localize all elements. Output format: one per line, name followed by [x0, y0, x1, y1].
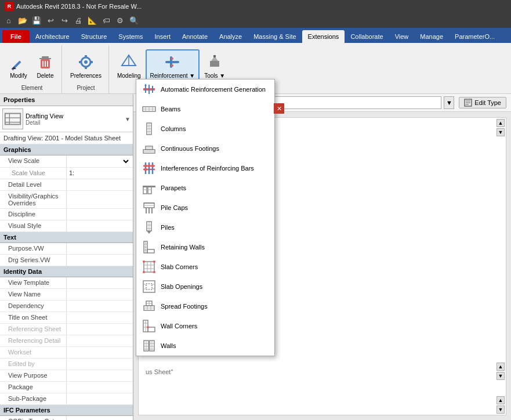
qa-open[interactable]: 📂	[16, 14, 29, 27]
tab-structure[interactable]: Structure	[75, 30, 113, 43]
prop-type-selector[interactable]: Drafting View Detail ▼	[0, 106, 133, 132]
tab-view[interactable]: View	[389, 30, 415, 43]
type-dropdown-arrow[interactable]: ▼	[444, 96, 454, 109]
slab-corners-label: Slab Corners	[161, 263, 198, 270]
menu-item-slab-corners[interactable]: Slab Corners	[136, 257, 274, 277]
scroll-mid-up-btn[interactable]: ▲	[496, 363, 505, 371]
tab-systems[interactable]: Systems	[113, 30, 148, 43]
scroll-bottom-down-btn[interactable]: ▼	[496, 405, 505, 414]
properties-panel: Properties Drafting View Detail ▼ Drafti…	[0, 94, 133, 420]
prop-section-text[interactable]: Text	[0, 232, 133, 243]
prop-row-vgoverrides[interactable]: Visibility/Graphics Overrides	[0, 191, 133, 209]
qa-tag[interactable]: 🏷	[100, 14, 113, 27]
svg-point-57	[148, 165, 151, 168]
prop-section-identity[interactable]: Identity Data	[0, 266, 133, 277]
dropdown-close-button[interactable]: ✕	[274, 103, 284, 114]
parapets-icon	[142, 181, 156, 195]
menu-item-spread-footings[interactable]: Spread Footings	[136, 296, 274, 316]
tab-manage[interactable]: Manage	[414, 30, 449, 43]
menu-item-retaining-walls[interactable]: Retaining Walls	[136, 237, 274, 257]
menu-item-parapets[interactable]: Parapets	[136, 178, 274, 198]
auto-rebar-icon	[142, 82, 156, 96]
menu-item-beams[interactable]: Beams	[136, 99, 274, 119]
scroll-up-btn[interactable]: ▲	[496, 119, 505, 127]
tab-parametero[interactable]: ParameterO...	[449, 30, 501, 43]
prop-section-ifc[interactable]: IFC Parameters	[0, 405, 133, 416]
columns-icon	[142, 122, 156, 136]
preferences-label: Preferences	[70, 73, 102, 79]
wall-corners-icon	[142, 319, 156, 333]
prop-row-cobie[interactable]: COBie.Type.Category	[0, 416, 133, 420]
properties-title: Properties	[0, 94, 133, 106]
qa-redo[interactable]: ↪	[58, 14, 71, 27]
menu-item-piles[interactable]: Piles	[136, 218, 274, 237]
menu-item-walls[interactable]: Walls	[136, 336, 274, 356]
svg-rect-82	[144, 262, 154, 272]
delete-button[interactable]: Delete	[32, 50, 58, 82]
qa-save[interactable]: 💾	[30, 14, 43, 27]
menu-item-auto-rebar[interactable]: Automatic Reinforcement Generation	[136, 79, 274, 99]
scroll-bottom-up-btn[interactable]: ▲	[496, 396, 505, 404]
prop-row-viewpurpose[interactable]: View Purpose	[0, 370, 133, 382]
modify-button[interactable]: Modify	[6, 50, 31, 82]
view-scale-select[interactable]	[69, 157, 131, 165]
tab-extensions[interactable]: Extensions	[302, 30, 345, 43]
svg-point-89	[143, 271, 145, 273]
qa-undo[interactable]: ↩	[44, 14, 57, 27]
scroll-mid-down-btn[interactable]: ▼	[496, 372, 505, 380]
prop-row-viewtemplate[interactable]: View Template	[0, 277, 133, 289]
slab-openings-label: Slab Openings	[161, 283, 202, 290]
tools-button[interactable]: Tools ▼	[201, 50, 229, 82]
svg-point-87	[143, 260, 145, 263]
prop-section-graphics[interactable]: Graphics	[0, 144, 133, 155]
modify-icon	[9, 53, 28, 71]
menu-item-pile-caps[interactable]: Pile Caps	[136, 198, 274, 218]
menu-item-columns[interactable]: Columns	[136, 119, 274, 139]
prop-row-detaillevel[interactable]: Detail Level	[0, 179, 133, 191]
prop-row-titleonsheet[interactable]: Title on Sheet	[0, 312, 133, 324]
svg-marker-75	[147, 231, 151, 234]
modeling-button[interactable]: Modeling	[114, 50, 144, 82]
menu-item-wall-corners[interactable]: Wall Corners	[136, 316, 274, 336]
tab-architecture[interactable]: Architecture	[30, 30, 75, 43]
qa-settings[interactable]: ⚙	[114, 14, 126, 27]
prop-row-subpackage[interactable]: Sub-Package	[0, 393, 133, 405]
tab-massing[interactable]: Massing & Site	[248, 30, 302, 43]
prop-row-purposevw[interactable]: Purpose.VW	[0, 243, 133, 255]
preferences-button[interactable]: Preferences	[67, 50, 105, 82]
svg-rect-2	[42, 56, 49, 58]
edit-type-button[interactable]: Edit Type	[459, 97, 506, 108]
quick-access-toolbar: ⌂ 📂 💾 ↩ ↪ 🖨 📐 🏷 ⚙ 🔍	[0, 13, 511, 28]
qa-search[interactable]: 🔍	[128, 14, 140, 27]
prop-row-discipline[interactable]: Discipline	[0, 209, 133, 220]
tab-insert[interactable]: Insert	[148, 30, 176, 43]
interferences-icon	[142, 161, 156, 175]
menu-item-slab-openings[interactable]: Slab Openings	[136, 277, 274, 296]
piles-label: Piles	[161, 224, 175, 231]
ribbon-group-element: Modify Delete Element	[2, 45, 62, 93]
prop-selector-dropdown[interactable]: ▼	[125, 116, 131, 122]
menu-item-cont-footings[interactable]: Continuous Footings	[136, 139, 274, 158]
qa-print[interactable]: 🖨	[72, 14, 85, 27]
prop-row-dependency[interactable]: Dependency	[0, 300, 133, 312]
piles-icon	[142, 220, 156, 234]
svg-rect-3	[39, 58, 51, 59]
prop-row-drgseries[interactable]: Drg Series.VW	[0, 255, 133, 266]
svg-rect-77	[147, 249, 154, 253]
svg-rect-13	[90, 61, 93, 63]
tab-analyze[interactable]: Analyze	[213, 30, 248, 43]
qa-home[interactable]: ⌂	[2, 14, 15, 27]
tab-collaborate[interactable]: Collaborate	[345, 30, 389, 43]
scroll-down-btn[interactable]: ▼	[496, 128, 505, 136]
menu-item-interferences[interactable]: Interferences of Reinforcing Bars	[136, 158, 274, 178]
prop-row-visualstyle[interactable]: Visual Style	[0, 220, 133, 232]
prop-row-viewname[interactable]: View Name	[0, 289, 133, 300]
ribbon-group-project: Preferences Project	[63, 45, 109, 93]
svg-rect-92	[146, 284, 152, 289]
tab-annotate[interactable]: Annotate	[176, 30, 213, 43]
prop-row-package[interactable]: Package	[0, 382, 133, 393]
svg-point-88	[153, 260, 155, 263]
qa-measure[interactable]: 📐	[86, 14, 99, 27]
tab-file[interactable]: File	[2, 30, 30, 43]
reinforcement-button[interactable]: Reinforcement ▼	[146, 49, 200, 83]
